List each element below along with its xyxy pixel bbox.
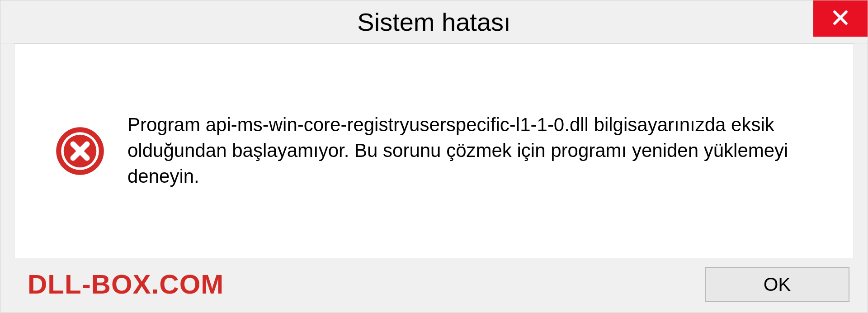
message-panel: Program api-ms-win-core-registryuserspec… [14,43,854,258]
system-error-dialog: Sistem hatası Program api-ms-wi [0,0,868,313]
brand-watermark: DLL-BOX.COM [14,269,224,300]
error-icon [55,126,105,176]
titlebar: Sistem hatası [0,0,868,43]
dialog-footer: DLL-BOX.COM OK [14,267,854,313]
content-area: Program api-ms-win-core-registryuserspec… [0,43,868,313]
error-message: Program api-ms-win-core-registryuserspec… [127,112,813,189]
close-icon [830,8,850,29]
close-button[interactable] [813,0,868,37]
ok-button[interactable]: OK [705,267,849,302]
dialog-title: Sistem hatası [357,7,510,37]
ok-button-label: OK [764,274,791,295]
